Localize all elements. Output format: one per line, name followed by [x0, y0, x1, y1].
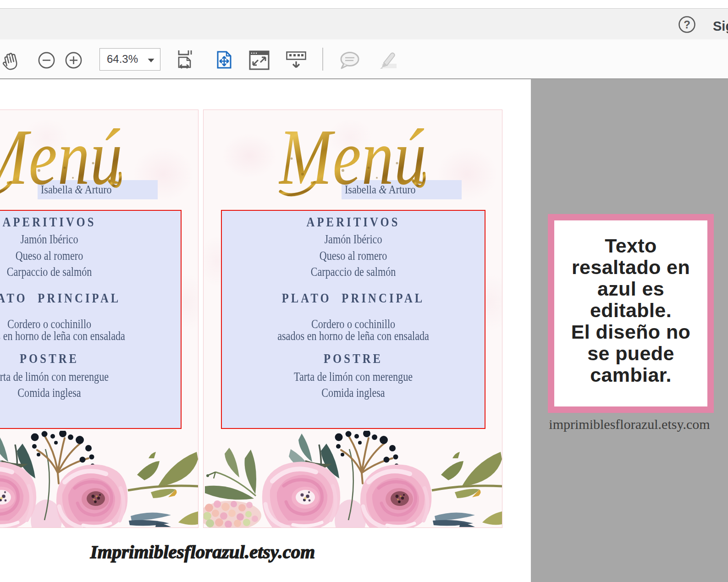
svg-text:?: ?: [684, 18, 690, 31]
